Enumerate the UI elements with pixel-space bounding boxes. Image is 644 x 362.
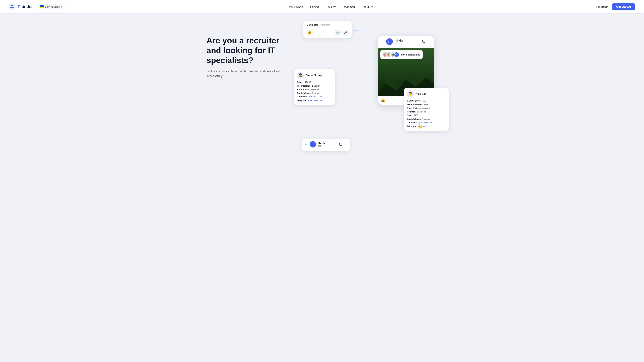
page-title: Are you a recruiter and looking for IT s…: [206, 36, 296, 65]
emma-salary: $7000: [305, 80, 311, 84]
language-button[interactable]: Language: [596, 5, 608, 8]
nav-about-us[interactable]: About Us: [362, 5, 373, 8]
emma-role-row: Role: Product Designer: [297, 88, 332, 91]
more-icon[interactable]: ⋮: [428, 40, 431, 43]
candidates-bubble: 👩 👨 🧑 +20 more candidates: [380, 50, 423, 59]
alex-telegram-row: Telegram: @alexlee: [407, 125, 446, 128]
emma-role: Product Designer: [303, 88, 320, 91]
top-chat-toolbar: 😊 📎 🎤: [307, 28, 348, 35]
emma-telegram-row: Telegram: @emmaemma: [297, 99, 332, 102]
alex-card-header: 👨 Alex Lee: [407, 90, 446, 97]
bot-avatar: IT: [386, 38, 393, 45]
navbar-left: ITtinder Born in Ukraine!: [9, 4, 65, 10]
navbar: ITtinder Born in Ukraine! How it works P…: [0, 0, 644, 13]
emma-telegram[interactable]: @emmaemma: [308, 99, 322, 102]
alex-contacts-row: Contacts: +80984356885: [407, 121, 446, 125]
left-side: Are you a recruiter and looking for IT s…: [206, 21, 296, 79]
alex-stack-label: Stack:: [407, 114, 414, 117]
phone-header-right: 📞 ⋮: [422, 40, 431, 43]
emma-contacts-label: Contacts:: [297, 95, 307, 99]
emoji-icon[interactable]: 😊: [307, 30, 313, 35]
navbar-right: Language Get started: [596, 3, 635, 10]
main-content: Are you a recruiter and looking for IT s…: [192, 13, 452, 362]
alex-name: Alex Lee: [416, 92, 426, 95]
alex-tech: Senior: [424, 103, 430, 106]
alex-role-label: Role:: [407, 106, 412, 110]
mic-icon[interactable]: 🎤: [342, 30, 348, 35]
bottom-chat-left: ← IT ITinder bot: [305, 141, 326, 147]
emma-contacts-row: Contacts: +80983423455: [297, 95, 332, 99]
avatar-count: +20: [394, 52, 399, 57]
alex-stack-row: Stack: NET: [407, 114, 446, 117]
alex-position-label: Position:: [407, 110, 416, 114]
alex-contacts-label: Contacts:: [407, 121, 417, 125]
top-chat-label: Candidate: [307, 23, 318, 26]
nav-reviews[interactable]: Reviews: [326, 5, 336, 8]
phone-header-left: ← IT ITinder bot: [381, 38, 403, 45]
right-side: Candidate /candidate 😊 📎 🎤 ← IT: [296, 21, 438, 151]
emma-role-label: Role:: [297, 88, 302, 91]
nav-how-it-works[interactable]: How it works: [288, 5, 304, 8]
top-chat-header: Candidate /candidate: [307, 23, 348, 26]
emma-english-label: English level:: [297, 91, 311, 95]
bottom-back-icon[interactable]: ←: [305, 143, 308, 146]
phone-back-icon[interactable]: ←: [381, 40, 384, 44]
emma-telegram-label: Telegram:: [297, 99, 307, 102]
alex-tech-row: Technical level: Senior: [407, 103, 446, 106]
alex-card: 👨 Alex Lee Salary: $5000-6000 Technical …: [404, 88, 449, 131]
nav-roadmap[interactable]: Roadmap: [343, 5, 355, 8]
get-started-button[interactable]: Get started: [612, 3, 635, 10]
alex-english-label: English level:: [407, 117, 421, 121]
alex-position-row: Position: Back-end: [407, 110, 446, 114]
logo-tinder: tinder: [22, 4, 33, 9]
alex-role: Software engineer: [413, 106, 430, 110]
bot-name: ITinder: [395, 39, 403, 42]
emma-english: Advanced: [312, 91, 321, 95]
alex-role-row: Role: Software engineer: [407, 106, 446, 110]
bottom-more-icon[interactable]: ⋮: [344, 143, 346, 146]
bottom-header-icons: 📞 ⋮: [338, 143, 346, 146]
emma-avatar: 👩: [297, 72, 304, 79]
alex-salary: $5000-6000: [415, 99, 426, 103]
bottom-chat-card: ← IT ITinder bot 📞 ⋮: [302, 139, 350, 151]
footer-emoji-icon[interactable]: 😊: [381, 99, 385, 103]
alex-telegram-label: Telegram:: [407, 125, 417, 128]
emma-tech-row: Technical level: Senior: [297, 84, 332, 88]
main-nav: How it works Pricing Reviews Roadmap Abo…: [288, 5, 373, 8]
alex-english: Advanced: [422, 117, 431, 121]
ukraine-badge: Born in Ukraine!: [38, 4, 65, 9]
alex-salary-row: Salary: $5000-6000: [407, 99, 446, 103]
bottom-chat-header: ← IT ITinder bot 📞 ⋮: [305, 141, 346, 147]
bottom-bot-tag: bot: [318, 145, 326, 147]
avatar-stack: 👩 👨 🧑 +20: [383, 52, 399, 57]
emma-tech: Senior: [314, 84, 320, 88]
bottom-bot-info: ITinder bot: [318, 142, 326, 147]
emma-english-row: English level: Advanced: [297, 91, 332, 95]
nav-pricing[interactable]: Pricing: [310, 5, 319, 8]
attach-icon[interactable]: 📎: [335, 30, 341, 35]
ukraine-text: Born in Ukraine!: [45, 5, 62, 8]
alex-salary-label: Salary:: [407, 99, 414, 103]
bot-tag: bot: [395, 42, 403, 44]
ukraine-flag-icon: [40, 5, 44, 8]
emma-tech-label: Technical level:: [297, 84, 313, 88]
hero-subtext: Fill the vacancy - Get a match from the …: [206, 69, 296, 78]
logo[interactable]: ITtinder: [9, 4, 33, 10]
bottom-bot-avatar: IT: [310, 141, 316, 147]
candidates-label: more candidates: [401, 53, 420, 56]
alex-stack: NET: [414, 114, 418, 117]
bot-info: ITinder bot: [395, 39, 403, 44]
emma-contacts[interactable]: +80983423455: [308, 95, 322, 99]
phone-icon[interactable]: 📞: [422, 40, 426, 43]
top-chat-path: /candidate: [320, 24, 330, 26]
emma-card-header: 👩 Emma Sunny: [297, 72, 332, 79]
bottom-phone-icon[interactable]: 📞: [338, 143, 342, 146]
emma-name: Emma Sunny: [306, 74, 322, 77]
emma-card: 👩 Emma Sunny Salary: $7000 Technical lev…: [294, 69, 335, 105]
logo-it: IT: [16, 4, 20, 9]
logo-icon: [9, 4, 15, 10]
alex-position: Back-end: [417, 110, 426, 114]
alex-english-row: English level: Advanced: [407, 117, 446, 121]
cursor-hand-icon: 👆: [418, 124, 422, 129]
alex-tech-label: Technical level:: [407, 103, 423, 106]
